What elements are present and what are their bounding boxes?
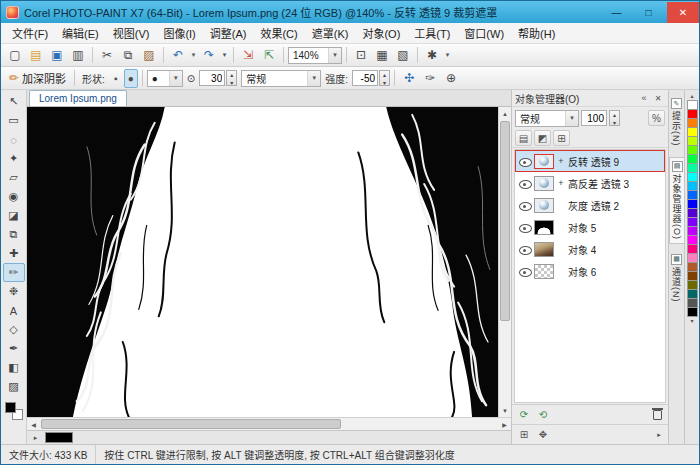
docker-tab-object-manager[interactable]: ▤ 对象管理器(O) — [669, 157, 684, 244]
docker-collapse-icon[interactable] — [637, 93, 651, 103]
new-lens-icon[interactable]: ⟳ — [516, 407, 532, 422]
foreground-color-swatch[interactable] — [5, 402, 16, 413]
expand-plus-icon[interactable]: + — [557, 156, 565, 166]
object-row-invert-lens[interactable]: + 反转 透镜 9 — [515, 150, 665, 172]
lens-thumbnail[interactable] — [534, 176, 554, 191]
menu-edit[interactable]: 编辑(E) — [55, 23, 106, 43]
effect-tool-icon[interactable]: ✏ — [3, 263, 25, 282]
clone-tool-icon[interactable]: ⧉ — [3, 225, 25, 244]
menu-window[interactable]: 窗口(W) — [457, 23, 511, 43]
nib-size-input[interactable] — [199, 70, 225, 86]
options-icon[interactable]: ✱ — [422, 46, 442, 65]
opacity-filter-icon[interactable]: % — [648, 110, 665, 126]
mask-lasso-tool-icon[interactable]: ◌ — [3, 130, 25, 149]
paint-on-mask-icon[interactable]: ▤ — [515, 130, 532, 146]
eraser-tool-icon[interactable]: ◪ — [3, 206, 25, 225]
lock-transparency-icon[interactable]: ◩ — [534, 130, 551, 146]
nib-dropdown-icon[interactable] — [169, 71, 182, 86]
new-object-icon[interactable]: ⟲ — [535, 407, 551, 422]
palette-swatch[interactable] — [687, 307, 698, 317]
menu-help[interactable]: 帮助(H) — [511, 23, 562, 43]
navigator-thumbnail[interactable] — [45, 432, 73, 443]
nib-size-stepper[interactable] — [226, 70, 237, 86]
object-row-object5[interactable]: 对象 5 — [515, 216, 665, 238]
image-sprayer-tool-icon[interactable]: ❉ — [3, 282, 25, 301]
crop-tool-icon[interactable]: ▱ — [3, 168, 25, 187]
thumbnail-options-icon[interactable]: ⊞ — [516, 427, 532, 442]
menu-effects[interactable]: 效果(C) — [253, 23, 304, 43]
edit-across-objects-icon[interactable]: ⊞ — [553, 130, 570, 146]
zoom-dropdown-icon[interactable] — [328, 48, 341, 63]
undo-icon[interactable]: ↶ — [168, 46, 188, 65]
vertical-scroll-thumb[interactable] — [500, 121, 510, 321]
mask-rectangle-tool-icon[interactable]: ▭ — [3, 111, 25, 130]
object-opacity-stepper[interactable] — [609, 110, 620, 126]
menu-view[interactable]: 视图(V) — [106, 23, 157, 43]
visibility-eye-icon[interactable] — [518, 243, 531, 255]
object-merge-dropdown-icon[interactable] — [565, 111, 578, 126]
expand-plus-icon[interactable]: + — [557, 178, 565, 188]
print-icon[interactable]: ▥ — [68, 46, 88, 65]
pen-pressure-icon[interactable]: ✑ — [420, 69, 440, 88]
object-row-object6[interactable]: 对象 6 — [515, 260, 665, 282]
redo-dropdown-icon[interactable] — [220, 46, 229, 65]
canvas-image[interactable] — [27, 107, 498, 417]
palette-scroll-down-icon[interactable] — [690, 317, 693, 326]
document-tab[interactable]: Lorem Ipsum.png — [29, 90, 127, 106]
menu-object[interactable]: 对象(O) — [355, 23, 407, 43]
docker-close-icon[interactable] — [651, 93, 665, 103]
copy-icon[interactable]: ⧉ — [118, 46, 138, 65]
color-control[interactable] — [5, 402, 23, 420]
visibility-eye-icon[interactable] — [518, 155, 531, 167]
visibility-eye-icon[interactable] — [518, 265, 531, 277]
merge-mode-select[interactable]: 常规 — [241, 70, 321, 87]
object-row-object4[interactable]: 对象 4 — [515, 238, 665, 260]
object-merge-mode-select[interactable]: 常规 — [515, 110, 579, 127]
menu-mask[interactable]: 遮罩(K) — [305, 23, 356, 43]
nib-square-button[interactable]: ▪ — [109, 69, 123, 88]
lens-thumbnail[interactable] — [534, 154, 554, 169]
object-thumbnail[interactable] — [534, 220, 554, 235]
watercolor-brush-icon[interactable]: ✣ — [399, 69, 419, 88]
open-icon[interactable]: ▤ — [26, 46, 46, 65]
redo-icon[interactable]: ↷ — [199, 46, 219, 65]
menu-image[interactable]: 图像(I) — [156, 23, 202, 43]
visibility-eye-icon[interactable] — [518, 199, 531, 211]
new-group-icon[interactable]: ✥ — [535, 427, 551, 442]
fullscreen-preview-icon[interactable]: ⊡ — [351, 46, 371, 65]
visibility-eye-icon[interactable] — [518, 177, 531, 189]
touchup-tool-icon[interactable]: ✚ — [3, 244, 25, 263]
scroll-left-icon[interactable] — [27, 421, 40, 428]
magic-wand-tool-icon[interactable]: ✦ — [3, 149, 25, 168]
background-thumbnail[interactable] — [534, 264, 554, 279]
object-thumbnail[interactable] — [534, 242, 554, 257]
strength-stepper[interactable] — [379, 70, 390, 86]
nav-forward-icon[interactable] — [30, 432, 41, 443]
shape-tool-icon[interactable]: ◇ — [3, 320, 25, 339]
text-tool-icon[interactable]: A — [3, 301, 25, 320]
export-icon[interactable]: ⇱ — [259, 46, 279, 65]
lens-thumbnail[interactable] — [534, 198, 554, 213]
docker-flyout-icon[interactable] — [654, 431, 664, 439]
transparency-tool-icon[interactable]: ▨ — [3, 377, 25, 396]
menu-tools[interactable]: 工具(T) — [407, 23, 457, 43]
minimize-button[interactable]: — — [603, 2, 630, 23]
zoom-level-select[interactable]: 140% — [288, 47, 342, 64]
strength-input[interactable] — [352, 70, 378, 86]
visibility-eye-icon[interactable] — [518, 221, 531, 233]
vertical-scrollbar[interactable] — [498, 107, 511, 417]
nib-round-button[interactable]: ● — [124, 69, 138, 88]
horizontal-scrollbar[interactable] — [27, 417, 511, 430]
docker-tab-hints[interactable]: ✎ 提示(N) — [669, 95, 684, 150]
object-row-highpass-lens[interactable]: + 高反差 透镜 3 — [515, 172, 665, 194]
show-mask-marquee-icon[interactable]: ▦ — [372, 46, 392, 65]
object-opacity-input[interactable] — [581, 110, 607, 126]
canvas-viewport[interactable] — [27, 107, 498, 417]
cut-icon[interactable]: ✂ — [97, 46, 117, 65]
object-row-grayscale-lens[interactable]: 灰度 透镜 2 — [515, 194, 665, 216]
undo-dropdown-icon[interactable] — [189, 46, 198, 65]
brush-preset-select[interactable]: ✏ 加深阴影 — [5, 69, 70, 88]
new-icon[interactable]: ▢ — [5, 46, 25, 65]
close-button[interactable]: ✕ — [667, 2, 699, 23]
show-object-marquee-icon[interactable]: ▧ — [393, 46, 413, 65]
